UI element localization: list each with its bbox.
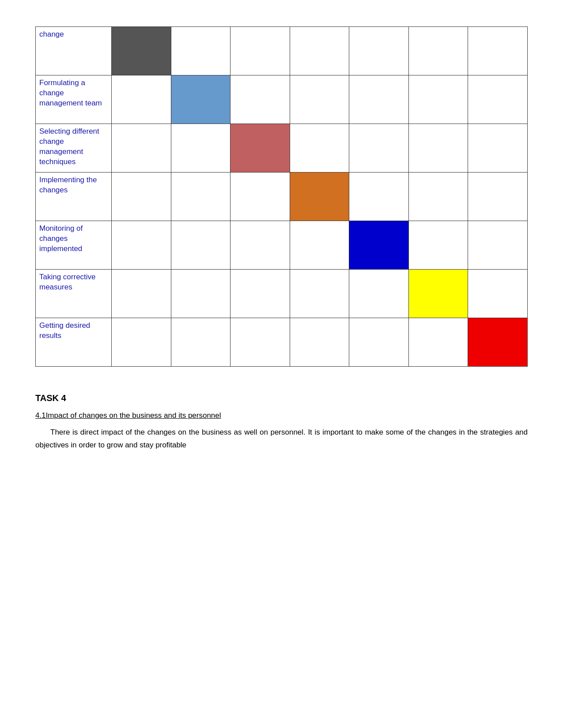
table-row: Getting desired results bbox=[36, 318, 528, 367]
table-cell bbox=[171, 124, 230, 173]
table-cell bbox=[468, 221, 528, 270]
table-cell bbox=[112, 173, 171, 221]
task-section: TASK 4 4.1Impact of changes on the busin… bbox=[35, 393, 528, 452]
table-cell bbox=[349, 270, 409, 318]
table-cell bbox=[171, 221, 230, 270]
table-row: Implementing the changes bbox=[36, 173, 528, 221]
table-cell bbox=[171, 270, 230, 318]
table-cell bbox=[468, 124, 528, 173]
table-row: change bbox=[36, 27, 528, 75]
table-cell bbox=[468, 318, 528, 367]
table-cell bbox=[408, 124, 468, 173]
table-cell bbox=[408, 318, 468, 367]
table-cell bbox=[468, 27, 528, 75]
gantt-table-wrapper: changeFormulating a change management te… bbox=[35, 26, 528, 367]
row-label: Getting desired results bbox=[36, 318, 112, 367]
table-cell bbox=[349, 75, 409, 124]
row-label: Selecting different change management te… bbox=[36, 124, 112, 173]
table-cell bbox=[230, 173, 290, 221]
table-cell bbox=[349, 318, 409, 367]
row-label: Implementing the changes bbox=[36, 173, 112, 221]
table-cell bbox=[349, 173, 409, 221]
table-row: Monitoring of changes implemented bbox=[36, 221, 528, 270]
table-cell bbox=[112, 27, 171, 75]
row-label: Monitoring of changes implemented bbox=[36, 221, 112, 270]
task-body: There is direct impact of the changes on… bbox=[35, 426, 528, 452]
table-cell bbox=[349, 221, 409, 270]
table-row: Formulating a change management team bbox=[36, 75, 528, 124]
table-cell bbox=[468, 75, 528, 124]
table-cell bbox=[171, 173, 230, 221]
table-cell bbox=[230, 270, 290, 318]
table-cell bbox=[230, 318, 290, 367]
table-cell bbox=[290, 27, 349, 75]
table-cell bbox=[112, 221, 171, 270]
row-label: change bbox=[36, 27, 112, 75]
row-label: Taking corrective measures bbox=[36, 270, 112, 318]
table-cell bbox=[468, 270, 528, 318]
table-row: Taking corrective measures bbox=[36, 270, 528, 318]
table-cell bbox=[408, 27, 468, 75]
table-row: Selecting different change management te… bbox=[36, 124, 528, 173]
task-title: TASK 4 bbox=[35, 393, 528, 403]
table-cell bbox=[171, 27, 230, 75]
table-cell bbox=[290, 173, 349, 221]
table-cell bbox=[468, 173, 528, 221]
table-cell bbox=[230, 221, 290, 270]
table-cell bbox=[408, 221, 468, 270]
table-cell bbox=[230, 75, 290, 124]
row-label: Formulating a change management team bbox=[36, 75, 112, 124]
table-cell bbox=[112, 318, 171, 367]
table-cell bbox=[290, 75, 349, 124]
table-cell bbox=[230, 27, 290, 75]
table-cell bbox=[171, 318, 230, 367]
table-cell bbox=[349, 124, 409, 173]
gantt-table: changeFormulating a change management te… bbox=[35, 26, 528, 367]
table-cell bbox=[408, 173, 468, 221]
table-cell bbox=[112, 270, 171, 318]
table-cell bbox=[112, 75, 171, 124]
table-cell bbox=[290, 221, 349, 270]
table-cell bbox=[171, 75, 230, 124]
table-cell bbox=[408, 270, 468, 318]
table-cell bbox=[349, 27, 409, 75]
table-cell bbox=[230, 124, 290, 173]
task-subtitle: 4.1Impact of changes on the business and… bbox=[35, 411, 528, 420]
table-cell bbox=[112, 124, 171, 173]
table-cell bbox=[408, 75, 468, 124]
table-cell bbox=[290, 318, 349, 367]
table-cell bbox=[290, 270, 349, 318]
table-cell bbox=[290, 124, 349, 173]
